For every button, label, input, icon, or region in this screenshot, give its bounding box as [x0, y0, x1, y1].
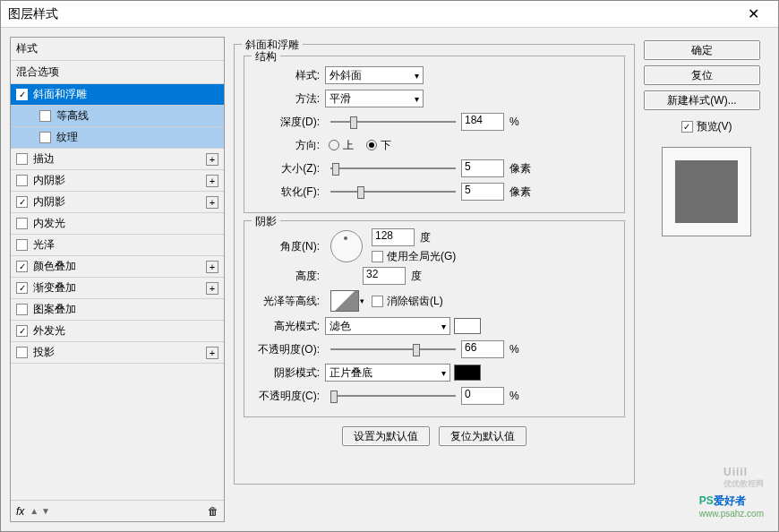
- checkbox-icon[interactable]: [16, 304, 28, 315]
- add-icon[interactable]: +: [206, 196, 218, 209]
- preview-swatch: [675, 160, 738, 223]
- preview-label: 预览(V): [697, 119, 732, 134]
- soften-input[interactable]: 5: [461, 183, 504, 201]
- trash-icon[interactable]: 🗑: [208, 505, 218, 518]
- size-label: 大小(Z):: [253, 161, 325, 176]
- add-icon[interactable]: +: [206, 282, 218, 295]
- add-icon[interactable]: +: [206, 347, 218, 359]
- shadow-opacity-slider[interactable]: [330, 388, 456, 404]
- watermark-uiii: Uiiil优优教程网: [723, 464, 764, 490]
- style-dropdown[interactable]: 外斜面▾: [325, 66, 424, 84]
- add-icon[interactable]: +: [206, 153, 218, 166]
- bevel-fieldset: 斜面和浮雕 结构 样式: 外斜面▾ 方法: 平滑▾ 深度(D): 184% 方向…: [234, 44, 635, 485]
- sidebar-inner-shadow[interactable]: 内阴影+: [11, 170, 224, 192]
- altitude-label: 高度:: [253, 269, 325, 284]
- shadow-color-swatch[interactable]: [454, 365, 481, 381]
- center-panel: 斜面和浮雕 结构 样式: 外斜面▾ 方法: 平滑▾ 深度(D): 184% 方向…: [234, 37, 635, 522]
- add-icon[interactable]: +: [206, 261, 218, 273]
- shadow-opacity-input[interactable]: 0: [461, 387, 504, 405]
- size-input[interactable]: 5: [461, 159, 504, 177]
- sidebar-satin[interactable]: 光泽: [11, 235, 224, 256]
- ok-button[interactable]: 确定: [644, 40, 760, 60]
- antialias-checkbox[interactable]: [372, 296, 383, 307]
- checkbox-icon[interactable]: ✓: [16, 261, 28, 272]
- sidebar-gradient-overlay[interactable]: ✓渐变叠加+: [11, 278, 224, 299]
- sidebar-blend[interactable]: 混合选项: [11, 61, 224, 84]
- add-icon[interactable]: +: [206, 175, 218, 187]
- chevron-down-icon: ▾: [441, 322, 446, 331]
- fx-icon[interactable]: fx: [16, 505, 24, 518]
- defaults-row: 设置为默认值 复位为默认值: [244, 426, 625, 446]
- checkbox-icon[interactable]: [39, 110, 51, 122]
- sidebar-stroke[interactable]: 描边+: [11, 149, 224, 170]
- right-panel: 确定 复位 新建样式(W)... ✓预览(V): [644, 37, 769, 522]
- reset-default-button[interactable]: 复位为默认值: [439, 426, 526, 446]
- checkbox-icon[interactable]: [16, 347, 28, 358]
- checkbox-icon[interactable]: ✓: [16, 196, 28, 208]
- checkbox-icon[interactable]: ✓: [16, 89, 28, 100]
- layer-style-dialog: 图层样式 ✕ 样式 混合选项 ✓斜面和浮雕 等高线 纹理 描边+ 内阴影+ ✓内…: [0, 0, 779, 532]
- close-button[interactable]: ✕: [735, 2, 771, 27]
- preview-box: [662, 147, 751, 236]
- technique-dropdown[interactable]: 平滑▾: [325, 90, 424, 107]
- dialog-title: 图层样式: [8, 6, 58, 22]
- technique-label: 方法:: [253, 91, 325, 107]
- direction-down-radio[interactable]: [366, 140, 377, 150]
- sidebar-outer-glow[interactable]: ✓外发光: [11, 321, 224, 342]
- gloss-label: 光泽等高线:: [253, 294, 325, 309]
- sidebar-texture[interactable]: 纹理: [11, 127, 224, 149]
- depth-input[interactable]: 184: [461, 113, 504, 131]
- chevron-down-icon: ▾: [441, 368, 446, 378]
- structure-legend: 结构: [252, 49, 280, 64]
- chevron-down-icon: ▾: [415, 94, 419, 104]
- cancel-button[interactable]: 复位: [644, 65, 760, 85]
- make-default-button[interactable]: 设置为默认值: [342, 426, 430, 446]
- highlight-opacity-label: 不透明度(O):: [253, 342, 325, 357]
- altitude-input[interactable]: 32: [363, 267, 406, 285]
- shadow-fieldset: 阴影 角度(N): 128度 使用全局光(G) 高度: 32度 光泽等高线: ▾: [244, 220, 625, 417]
- sidebar-color-overlay[interactable]: ✓颜色叠加+: [11, 256, 224, 278]
- checkbox-icon[interactable]: [16, 218, 28, 229]
- highlight-opacity-input[interactable]: 66: [461, 340, 504, 358]
- shadow-legend: 阴影: [252, 214, 280, 229]
- shadow-opacity-label: 不透明度(C):: [253, 389, 325, 404]
- titlebar[interactable]: 图层样式 ✕: [1, 1, 778, 28]
- size-slider[interactable]: [330, 160, 456, 176]
- direction-up-radio[interactable]: [329, 140, 339, 150]
- checkbox-icon[interactable]: ✓: [16, 282, 28, 294]
- highlight-mode-dropdown[interactable]: 滤色▾: [325, 317, 450, 335]
- style-label: 样式:: [253, 68, 325, 83]
- shadow-mode-label: 阴影模式:: [253, 365, 325, 381]
- sidebar-inner-shadow-2[interactable]: ✓内阴影+: [11, 192, 224, 213]
- soften-slider[interactable]: [330, 184, 456, 200]
- checkbox-icon[interactable]: ✓: [16, 325, 28, 337]
- checkbox-icon[interactable]: [16, 175, 28, 186]
- styles-panel: 样式 混合选项 ✓斜面和浮雕 等高线 纹理 描边+ 内阴影+ ✓内阴影+ 内发光…: [10, 37, 225, 522]
- angle-dial[interactable]: [330, 230, 363, 262]
- sidebar-styles[interactable]: 样式: [11, 38, 224, 61]
- global-light-checkbox[interactable]: [372, 251, 383, 262]
- checkbox-icon[interactable]: [16, 153, 28, 165]
- arrows-icon[interactable]: ▲ ▼: [30, 506, 50, 516]
- structure-fieldset: 结构 样式: 外斜面▾ 方法: 平滑▾ 深度(D): 184% 方向: 上 下: [244, 56, 625, 213]
- highlight-color-swatch[interactable]: [454, 318, 481, 334]
- soften-label: 软化(F):: [253, 184, 325, 200]
- depth-slider[interactable]: [330, 114, 456, 130]
- content: 样式 混合选项 ✓斜面和浮雕 等高线 纹理 描边+ 内阴影+ ✓内阴影+ 内发光…: [1, 28, 778, 531]
- preview-checkbox[interactable]: ✓: [681, 121, 693, 133]
- highlight-opacity-slider[interactable]: [330, 341, 456, 357]
- sidebar-bevel[interactable]: ✓斜面和浮雕: [11, 84, 224, 106]
- direction-label: 方向:: [253, 138, 325, 153]
- gloss-contour-picker[interactable]: [330, 290, 359, 312]
- shadow-mode-dropdown[interactable]: 正片叠底▾: [325, 364, 450, 382]
- sidebar-inner-glow[interactable]: 内发光: [11, 213, 224, 235]
- sidebar-pattern-overlay[interactable]: 图案叠加: [11, 299, 224, 321]
- angle-label: 角度(N):: [253, 239, 325, 254]
- depth-label: 深度(D):: [253, 115, 325, 130]
- new-style-button[interactable]: 新建样式(W)...: [644, 90, 760, 110]
- checkbox-icon[interactable]: [16, 239, 28, 251]
- checkbox-icon[interactable]: [39, 132, 51, 143]
- sidebar-contour[interactable]: 等高线: [11, 106, 224, 127]
- sidebar-drop-shadow[interactable]: 投影+: [11, 342, 224, 364]
- angle-input[interactable]: 128: [372, 228, 415, 246]
